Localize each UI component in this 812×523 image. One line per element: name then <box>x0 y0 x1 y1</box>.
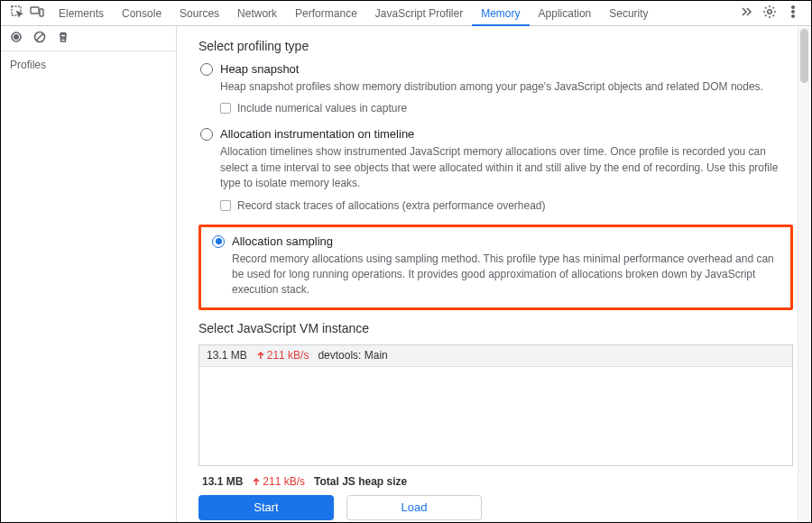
svg-rect-1 <box>31 7 39 14</box>
tab-elements[interactable]: Elements <box>50 1 113 26</box>
radio-icon[interactable] <box>200 63 213 76</box>
heap-include-numerical[interactable]: Include numerical values in capture <box>220 102 793 115</box>
tab-sources[interactable]: Sources <box>171 1 228 26</box>
svg-point-8 <box>14 35 18 39</box>
tab-security[interactable]: Security <box>600 1 657 26</box>
svg-point-6 <box>792 15 794 17</box>
devtools-tabbar: ElementsConsoleSourcesNetworkPerformance… <box>1 1 811 26</box>
svg-line-10 <box>36 33 43 41</box>
timeline-sub-label: Record stack traces of allocations (extr… <box>237 199 546 212</box>
tabbar-right <box>732 5 807 22</box>
tab-memory[interactable]: Memory <box>472 1 529 26</box>
total-size: 13.1 MB <box>202 475 243 488</box>
checkbox-icon[interactable] <box>220 103 231 114</box>
vm-instance-list: 13.1 MB 211 kB/s devtools: Main <box>198 344 793 466</box>
radio-icon[interactable] <box>212 235 225 248</box>
start-button[interactable]: Start <box>198 495 334 520</box>
allocation-sampling-highlight: Allocation sampling Record memory alloca… <box>198 225 793 310</box>
more-tabs-icon[interactable] <box>739 5 753 22</box>
heap-sub-label: Include numerical values in capture <box>237 102 407 115</box>
svg-point-3 <box>768 10 771 14</box>
svg-point-5 <box>792 11 794 13</box>
action-buttons: Start Load <box>198 495 793 520</box>
vm-name: devtools: Main <box>318 349 387 362</box>
tab-performance[interactable]: Performance <box>286 1 366 26</box>
heap-totals: 13.1 MB 211 kB/s Total JS heap size <box>198 466 793 495</box>
heap-snapshot-desc: Heap snapshot profiles show memory distr… <box>220 79 793 95</box>
heap-snapshot-option[interactable]: Heap snapshot Heap snapshot profiles sho… <box>198 62 793 115</box>
checkbox-icon[interactable] <box>220 200 231 211</box>
panel-tabs: ElementsConsoleSourcesNetworkPerformance… <box>50 1 732 26</box>
tab-network[interactable]: Network <box>228 1 286 26</box>
vm-rate: 211 kB/s <box>256 349 309 362</box>
profiling-type-title: Select profiling type <box>198 39 793 53</box>
vm-instance-row[interactable]: 13.1 MB 211 kB/s devtools: Main <box>199 345 792 367</box>
vm-instance-title: Select JavaScript VM instance <box>198 321 793 335</box>
vm-size: 13.1 MB <box>207 349 247 362</box>
arrow-up-icon <box>252 477 261 486</box>
svg-rect-2 <box>40 9 43 16</box>
allocation-timeline-option[interactable]: Allocation instrumentation on timeline A… <box>198 127 793 211</box>
sidebar-profiles-label: Profiles <box>1 51 176 78</box>
tab-application[interactable]: Application <box>530 1 601 26</box>
allocation-timeline-title: Allocation instrumentation on timeline <box>220 127 414 141</box>
more-menu-icon[interactable] <box>786 5 800 22</box>
vertical-scrollbar[interactable] <box>798 27 810 521</box>
allocation-timeline-desc: Allocation timelines show instrumented J… <box>220 144 793 191</box>
profiles-sidebar: Profiles <box>1 26 177 522</box>
load-button[interactable]: Load <box>346 495 482 520</box>
memory-panel: Select profiling type Heap snapshot Heap… <box>177 26 811 522</box>
total-label: Total JS heap size <box>314 475 407 488</box>
scrollbar-thumb[interactable] <box>800 29 808 83</box>
tab-javascript-profiler[interactable]: JavaScript Profiler <box>366 1 472 26</box>
allocation-sampling-option[interactable]: Allocation sampling Record memory alloca… <box>210 234 781 298</box>
arrow-up-icon <box>256 351 265 360</box>
total-rate: 211 kB/s <box>252 475 305 488</box>
record-icon[interactable] <box>10 31 23 46</box>
allocation-sampling-desc: Record memory allocations using sampling… <box>232 252 781 298</box>
allocation-sampling-title: Allocation sampling <box>232 234 333 248</box>
device-toolbar-icon[interactable] <box>30 5 44 22</box>
clear-icon[interactable] <box>33 31 46 46</box>
timeline-record-stack[interactable]: Record stack traces of allocations (extr… <box>220 199 793 212</box>
settings-icon[interactable] <box>762 5 777 22</box>
heap-snapshot-title: Heap snapshot <box>220 62 299 76</box>
inspect-tools <box>5 5 50 22</box>
svg-point-4 <box>792 6 794 8</box>
sidebar-toolbar <box>1 26 176 51</box>
radio-icon[interactable] <box>200 128 213 141</box>
delete-icon[interactable] <box>57 31 69 46</box>
tab-console[interactable]: Console <box>113 1 171 26</box>
inspect-element-icon[interactable] <box>10 5 24 22</box>
